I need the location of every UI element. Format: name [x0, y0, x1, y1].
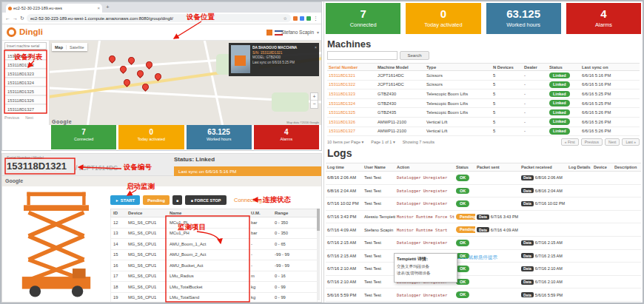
packet-received: Data6/7/16 2:10 AM — [521, 280, 563, 284]
new-tab-button[interactable]: + — [106, 4, 110, 10]
data-badge: Data — [521, 292, 534, 297]
detail-um: kg — [249, 285, 272, 289]
machine-serial-link[interactable]: 153118D1324 — [327, 101, 376, 106]
sidebar-item-machine[interactable]: 153118D1324 — [4, 78, 47, 87]
logs-header-cell[interactable]: User Name — [363, 165, 395, 169]
log-row: 6/7/16 4:09 AM Stefano Scapin Monitor Ru… — [326, 223, 641, 237]
logs-header-cell[interactable]: Action — [395, 165, 455, 169]
zoom-in-button[interactable]: + — [311, 93, 318, 101]
machine-serial-link[interactable]: 153118D1327 — [327, 129, 376, 133]
zoom-out-button[interactable]: − — [311, 101, 318, 108]
logs-header-cell[interactable]: Description — [613, 165, 641, 169]
machine-dealer: - — [523, 120, 548, 124]
star-icon[interactable]: ☆ — [284, 16, 287, 21]
map-pin-icon[interactable] — [107, 54, 117, 64]
log-user: Test Test — [363, 254, 395, 258]
machines-header-cell[interactable]: Last sync on — [580, 65, 640, 70]
menu-icon[interactable]: ⋮ — [313, 16, 318, 21]
app-logo[interactable]: Dingli — [19, 27, 43, 36]
logs-header-cell[interactable]: Packet sent — [475, 165, 520, 169]
machines-header-cell[interactable]: Type — [425, 65, 492, 70]
map-zoom-control: + − — [310, 92, 318, 109]
refresh-icon[interactable]: ↻ — [20, 16, 24, 21]
sidebar-previous-link[interactable]: Previous — [4, 115, 19, 120]
extension-icon-3[interactable] — [306, 16, 311, 21]
forward-icon[interactable]: → — [13, 16, 18, 21]
sidebar-item-machine[interactable]: 153118D1321 — [4, 51, 47, 60]
log-time: 5/6/16 5:59 PM — [326, 293, 363, 297]
user-menu[interactable]: Stefano Scapin — [281, 30, 314, 35]
browser-tab[interactable]: ec2-52-30-223-189.eu-wes × — [6, 4, 102, 13]
log-time: 6/7/16 2:10 AM — [326, 266, 363, 271]
sidebar-item-machine[interactable]: 153118D1325 — [4, 87, 47, 95]
scrollbar[interactable] — [317, 209, 320, 300]
logs-header-cell[interactable]: Status — [455, 165, 475, 169]
previous-page-button[interactable]: Previous — [581, 138, 603, 146]
scrollbar-thumb[interactable] — [317, 209, 320, 231]
machines-search-input[interactable] — [327, 51, 398, 60]
page-select[interactable]: Page 1 of 1 ▾ — [371, 140, 395, 144]
detail-header-cell[interactable]: Range — [272, 211, 317, 215]
detail-header-cell[interactable]: Device — [126, 211, 167, 215]
extension-icon-1[interactable] — [293, 16, 298, 21]
logs-header-cell[interactable]: Packet received — [520, 165, 567, 169]
log-status-badge: OK — [456, 279, 469, 286]
map-type-control[interactable]: Map Satellite — [52, 43, 87, 51]
machine-serial-link[interactable]: 153118D1326 — [327, 120, 376, 124]
sidebar-next-link[interactable]: Next — [25, 115, 33, 120]
first-page-button[interactable]: « First — [561, 138, 579, 146]
packet-received-time: 6/8/16 2:06 AM — [535, 175, 563, 180]
machines-header-cell[interactable]: Serial Number — [327, 65, 376, 70]
log-row: 6/7/16 10:02 PM Test Test Datalogger Unr… — [326, 197, 641, 211]
stop-button[interactable]: ■ — [172, 195, 182, 205]
detail-device: MG_S6_CPU1 — [126, 242, 167, 246]
sidebar-item-machine[interactable]: 153118D1326 — [4, 95, 47, 104]
detail-header-cell[interactable]: ID — [111, 211, 126, 215]
machine-dealer: - — [523, 110, 548, 115]
detail-header-cell[interactable]: U.M. — [249, 211, 272, 215]
map-panel[interactable]: Map Satellite DA SHAOGUO MACCHINA S/N: 1… — [50, 41, 321, 125]
logs-header-cell[interactable]: Log Details — [567, 165, 592, 169]
next-page-button[interactable]: Next — [605, 138, 620, 146]
machines-header-cell[interactable]: N Devices — [492, 65, 523, 70]
last-page-button[interactable]: Last » — [622, 138, 640, 146]
machines-header-cell[interactable]: Dealer — [523, 65, 548, 70]
notification-icon[interactable] — [266, 30, 272, 36]
start-button[interactable]: ► START — [110, 195, 140, 205]
items-per-page-select[interactable]: 10 Items per Page ▾ — [327, 140, 363, 144]
log-time: 6/8/16 2:04 AM — [326, 189, 363, 193]
sidebar-item-machine[interactable]: 153118D1323 — [4, 69, 47, 78]
info-close-icon[interactable]: × — [315, 45, 317, 74]
machines-header-cell[interactable]: Status — [548, 65, 580, 70]
stat-card-label: Today activated — [118, 137, 184, 141]
sidebar-item-machine[interactable]: 153118D1322 — [4, 60, 47, 69]
sidebar-search-input[interactable] — [4, 42, 47, 50]
stat-card-value: 7 — [51, 128, 116, 136]
extension-icon-2[interactable] — [300, 16, 304, 21]
machine-serial-link[interactable]: 153118D1322 — [327, 82, 376, 87]
back-icon[interactable]: ← — [5, 16, 10, 21]
machine-serial-link[interactable]: 153118D1323 — [327, 92, 376, 96]
detail-header-cell[interactable]: Name — [167, 211, 249, 215]
logs-header-cell[interactable]: Device — [592, 165, 613, 169]
machines-header-cell[interactable]: Machine Model — [376, 65, 425, 70]
machine-serial-link[interactable]: 153118D1321 — [327, 73, 376, 78]
satellite-button[interactable]: Satellite — [66, 45, 87, 50]
machines-search-button[interactable]: Search — [400, 51, 429, 60]
machine-serial-link[interactable]: 153118D1325 — [327, 110, 376, 115]
map-button[interactable]: Map — [52, 45, 66, 50]
stat-card-label: Worked hours — [486, 21, 561, 28]
tooltip-title: Tempietti 详情: — [397, 256, 455, 263]
pending-button[interactable]: Pending — [143, 195, 170, 205]
map-pin-icon[interactable] — [127, 55, 136, 65]
caret-down-icon[interactable]: ▾ — [317, 30, 319, 35]
url-input[interactable]: ec2-52-30-223-189.eu-west-1.compute.amaz… — [27, 14, 291, 22]
map-pin-icon[interactable] — [144, 60, 154, 70]
map-pin-icon[interactable] — [135, 69, 145, 78]
logs-header-cell[interactable]: Log time — [326, 165, 363, 169]
sidebar-item-machine[interactable]: 153118D1327 — [4, 104, 47, 113]
tab-close-icon[interactable]: × — [97, 6, 100, 10]
packet-received: Data6/7/16 2:15 AM — [521, 240, 563, 245]
log-row: 6/8/16 2:04 AM Test Test Datalogger Unre… — [326, 185, 641, 198]
force-stop-button[interactable]: ■ FORCE STOP — [185, 195, 227, 205]
